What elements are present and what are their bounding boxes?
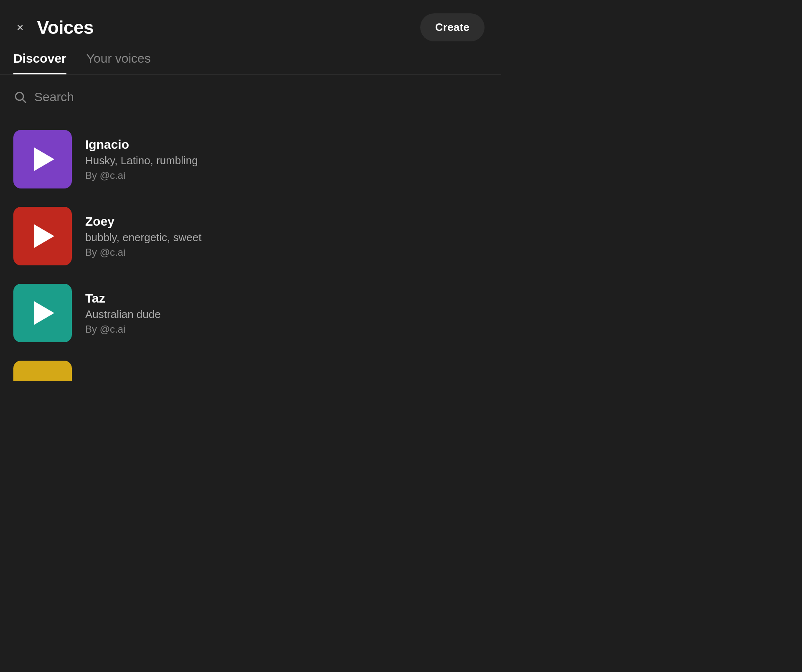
voice-by-taz: By @c.ai: [85, 323, 161, 335]
voice-name-taz: Taz: [85, 291, 161, 305]
voice-item-ignacio[interactable]: Ignacio Husky, Latino, rumbling By @c.ai: [8, 121, 493, 198]
voice-thumb-ignacio: [13, 130, 72, 188]
voice-info-ignacio: Ignacio Husky, Latino, rumbling By @c.ai: [85, 137, 198, 181]
voice-desc-zoey: bubbly, energetic, sweet: [85, 231, 201, 244]
voice-item-partial[interactable]: [8, 351, 493, 381]
header-left: × Voices: [13, 17, 94, 38]
voice-item-taz[interactable]: Taz Australian dude By @c.ai: [8, 275, 493, 351]
voice-name-zoey: Zoey: [85, 214, 201, 229]
svg-line-1: [23, 99, 25, 102]
voice-list: Ignacio Husky, Latino, rumbling By @c.ai…: [0, 121, 501, 381]
voice-info-zoey: Zoey bubbly, energetic, sweet By @c.ai: [85, 214, 201, 258]
voice-name-ignacio: Ignacio: [85, 137, 198, 152]
search-icon: [13, 90, 27, 104]
voice-by-zoey: By @c.ai: [85, 247, 201, 258]
voice-thumb-zoey: [13, 207, 72, 265]
voice-info-taz: Taz Australian dude By @c.ai: [85, 291, 161, 335]
play-icon-ignacio: [34, 148, 54, 171]
voice-by-ignacio: By @c.ai: [85, 170, 198, 181]
header: × Voices Create: [0, 0, 501, 51]
voice-thumb-partial: [13, 361, 72, 381]
tab-discover[interactable]: Discover: [13, 51, 66, 74]
tabs-container: Discover Your voices: [0, 51, 501, 75]
tab-your-voices[interactable]: Your voices: [86, 51, 151, 74]
play-icon-zoey: [34, 224, 54, 248]
page-title: Voices: [37, 17, 94, 38]
create-button[interactable]: Create: [420, 13, 485, 41]
voice-item-zoey[interactable]: Zoey bubbly, energetic, sweet By @c.ai: [8, 198, 493, 275]
search-container: [0, 90, 501, 104]
voice-thumb-taz: [13, 284, 72, 342]
close-button[interactable]: ×: [13, 18, 27, 37]
play-icon-taz: [34, 301, 54, 325]
voice-desc-ignacio: Husky, Latino, rumbling: [85, 154, 198, 167]
search-input[interactable]: [34, 90, 488, 104]
voice-desc-taz: Australian dude: [85, 308, 161, 321]
